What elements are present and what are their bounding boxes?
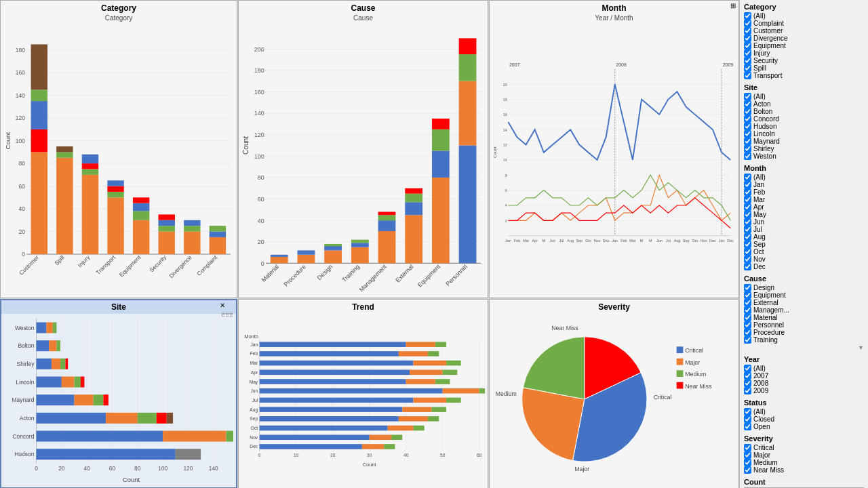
sidebar-checkbox[interactable]: [744, 291, 751, 299]
sidebar-checkbox[interactable]: [744, 372, 751, 380]
sidebar-checkbox[interactable]: [744, 174, 751, 181]
sidebar-checkbox[interactable]: [744, 123, 751, 130]
sidebar-checkbox[interactable]: [744, 306, 751, 314]
sidebar-item: Shirley: [744, 145, 864, 152]
svg-rect-217: [226, 431, 233, 442]
sidebar-checkbox[interactable]: [744, 387, 751, 394]
sidebar-item: Jul: [744, 226, 864, 233]
svg-text:6: 6: [505, 188, 507, 192]
sidebar-checkbox[interactable]: [744, 248, 751, 256]
sidebar-checkbox[interactable]: [744, 27, 751, 35]
sidebar-checkbox[interactable]: [744, 408, 751, 415]
svg-text:Apr: Apr: [532, 239, 538, 243]
svg-rect-277: [388, 426, 414, 431]
sidebar-checkbox[interactable]: [744, 35, 751, 42]
sidebar-checkbox[interactable]: [744, 233, 751, 241]
svg-rect-196: [60, 359, 65, 369]
sidebar-item: Training: [744, 336, 864, 344]
site-close-icon[interactable]: ✕: [220, 302, 225, 309]
expand-icon[interactable]: ⊞: [730, 2, 736, 9]
sidebar-item-label: Bolton: [753, 108, 772, 115]
sidebar-item-label: Jul: [753, 226, 762, 233]
sidebar-checkbox[interactable]: [744, 20, 751, 27]
sidebar-checkbox[interactable]: [744, 42, 751, 49]
sidebar-severity-title: Severity: [744, 434, 864, 443]
sidebar-checkbox[interactable]: [744, 336, 751, 344]
sidebar-checkbox[interactable]: [744, 203, 751, 211]
svg-text:Count: Count: [363, 462, 377, 468]
sidebar-checkbox[interactable]: [744, 115, 751, 123]
sidebar-item-label: Customer: [753, 27, 783, 35]
sidebar-checkbox[interactable]: [744, 241, 751, 248]
sidebar-checkbox[interactable]: [744, 181, 751, 188]
trend-chart-inner: Month0102030405060CountJanFebMarAprMayJu…: [239, 313, 488, 488]
sidebar-checkbox[interactable]: [744, 93, 751, 100]
sidebar-checkbox[interactable]: [744, 284, 751, 291]
svg-text:160: 160: [16, 69, 25, 76]
sidebar-cause-title: Cause: [744, 274, 864, 283]
sidebar-checkbox[interactable]: [744, 130, 751, 138]
svg-rect-282: [391, 434, 402, 440]
svg-text:Divergence: Divergence: [167, 253, 193, 279]
sidebar-checkbox[interactable]: [744, 365, 751, 372]
sidebar-item-label: May: [753, 211, 766, 218]
svg-rect-213: [167, 413, 173, 424]
svg-rect-280: [260, 434, 370, 440]
sidebar-checkbox[interactable]: [744, 329, 751, 336]
svg-rect-284: [260, 444, 362, 449]
sidebar-checkbox[interactable]: [744, 314, 751, 321]
sidebar-checkbox[interactable]: [744, 64, 751, 72]
sidebar-item-label: Acton: [753, 100, 771, 108]
sidebar-checkbox[interactable]: [744, 49, 751, 57]
svg-rect-246: [428, 351, 439, 357]
svg-rect-202: [81, 377, 85, 388]
sidebar-checkbox[interactable]: [744, 321, 751, 329]
svg-text:120: 120: [16, 115, 25, 121]
svg-rect-42: [133, 211, 149, 220]
svg-text:60: 60: [477, 453, 482, 458]
sidebar-item-label: Dec: [753, 263, 766, 270]
sidebar-checkbox[interactable]: [744, 138, 751, 145]
sidebar-checkbox[interactable]: [744, 256, 751, 263]
sidebar-checkbox[interactable]: [744, 108, 751, 115]
month-panel: Month ⊞ Year / Month 2007200820092468101…: [489, 0, 739, 298]
sidebar-checkbox[interactable]: [744, 12, 751, 20]
sidebar-checkbox[interactable]: [744, 218, 751, 226]
sidebar-item: Concord: [744, 115, 864, 123]
svg-rect-205: [75, 394, 94, 405]
sidebar-checkbox[interactable]: [744, 211, 751, 218]
cause-scrollbar[interactable]: ▼: [744, 344, 864, 351]
svg-text:Weston: Weston: [15, 325, 35, 331]
sidebar-checkbox[interactable]: [744, 196, 751, 203]
sidebar-checkbox[interactable]: [744, 380, 751, 387]
month-title: Month: [490, 1, 738, 14]
svg-rect-253: [410, 370, 443, 375]
sidebar-item-label: Weston: [753, 152, 776, 160]
sidebar-checkbox[interactable]: [744, 459, 751, 466]
sidebar-checkbox[interactable]: [744, 57, 751, 64]
sidebar-checkbox[interactable]: [744, 299, 751, 306]
cause-chart-inner: 020406080100120140160180200CountMaterial…: [239, 23, 488, 316]
sidebar-checkbox[interactable]: [744, 466, 751, 474]
svg-text:14: 14: [503, 128, 507, 132]
sidebar-checkbox[interactable]: [744, 100, 751, 108]
svg-rect-36: [107, 197, 123, 254]
sidebar-checkbox[interactable]: [744, 226, 751, 233]
sidebar-item: Mar: [744, 196, 864, 203]
sidebar-checkbox[interactable]: [744, 145, 751, 152]
sidebar-checkbox[interactable]: [744, 451, 751, 459]
svg-rect-199: [37, 377, 62, 388]
svg-text:Nov: Nov: [594, 239, 601, 243]
svg-rect-53: [184, 220, 200, 226]
sidebar-checkbox[interactable]: [744, 423, 751, 430]
svg-text:Feb: Feb: [250, 351, 258, 356]
severity-panel: Severity Near MissMediumCriticalMajorCri…: [489, 299, 739, 488]
sidebar-checkbox[interactable]: [744, 152, 751, 160]
sidebar-checkbox[interactable]: [744, 72, 751, 79]
sidebar-checkbox[interactable]: [744, 188, 751, 196]
sidebar-checkbox[interactable]: [744, 444, 751, 451]
sidebar-item-label: Personnel: [753, 321, 784, 329]
svg-text:100: 100: [16, 138, 25, 144]
sidebar-checkbox[interactable]: [744, 263, 751, 270]
sidebar-checkbox[interactable]: [744, 415, 751, 423]
